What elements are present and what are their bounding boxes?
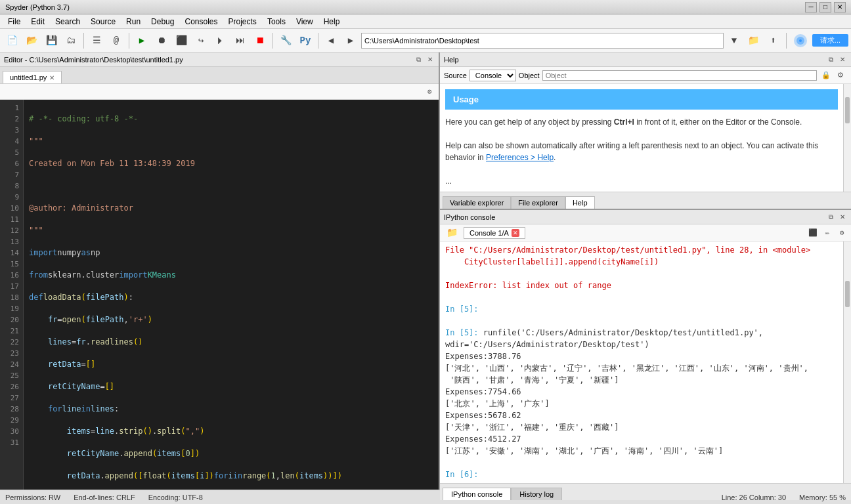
save-all-button[interactable]: 🗂 <box>62 32 80 50</box>
console-line-4: IndexError: list index out of range <box>445 280 838 291</box>
menu-bar: File Edit Search Source Run Debug Consol… <box>0 14 851 29</box>
code-line-4 <box>29 180 433 192</box>
tab-file-explorer[interactable]: File explorer <box>511 196 565 209</box>
help-action-buttons: 🔒 ⚙ <box>819 70 847 81</box>
console-new-button[interactable]: 📁 <box>443 224 461 242</box>
step-into-icon: ⏵ <box>216 35 225 46</box>
code-line-11: lines = fr.readlines() <box>29 337 433 348</box>
open-icon: 📂 <box>26 35 37 46</box>
at-icon: @ <box>114 35 119 46</box>
console-line-12: Expenses:7754.66 <box>445 386 838 398</box>
run-cell-button[interactable]: ⬛ <box>172 32 190 50</box>
forward-button[interactable]: ▶ <box>341 32 360 50</box>
editor-tab-untitled1[interactable]: untitled1.py ✕ <box>3 71 62 83</box>
help-lock-button[interactable]: 🔒 <box>819 70 833 81</box>
editor-settings-button[interactable]: ⚙ <box>423 86 436 98</box>
console-line-3 <box>445 268 838 280</box>
step-over-button[interactable]: ↪ <box>192 32 210 50</box>
console-output[interactable]: File "C:/Users/Administrator/Desktop/tes… <box>440 242 843 483</box>
help-undock-button[interactable]: ⧉ <box>826 55 835 64</box>
browse-icon: 📁 <box>748 35 759 46</box>
menu-search[interactable]: Search <box>50 16 85 28</box>
console-close-button[interactable]: ✕ <box>838 213 847 222</box>
code-editor[interactable]: 12345 678910 1112131415 1617181920 21222… <box>0 100 439 490</box>
help-scrollbar[interactable] <box>843 84 851 192</box>
menu-projects[interactable]: Projects <box>223 16 262 28</box>
console-header-controls: ⧉ ✕ <box>826 213 847 222</box>
help-panel: Help ⧉ ✕ Source Console Editor Object 🔒 … <box>440 52 851 210</box>
step-into-button[interactable]: ⏵ <box>211 32 230 50</box>
console-line-11: '陕西', '甘肃', '青海', '宁夏', '新疆'] <box>445 374 838 386</box>
tab-help[interactable]: Help <box>565 196 595 209</box>
maximize-button[interactable]: □ <box>819 2 831 12</box>
tab-history-log[interactable]: History log <box>511 488 562 500</box>
editor-panel-title: Editor - C:\Users\Administrator\Desktop\… <box>4 56 183 64</box>
main-area: Editor - C:\Users\Administrator\Desktop\… <box>0 52 851 490</box>
run-button[interactable]: ▶ <box>133 32 151 50</box>
code-line-3: Created on Mon Feb 11 13:48:39 2019 <box>29 158 433 169</box>
minimize-button[interactable]: ─ <box>805 2 817 12</box>
help-source-select[interactable]: Console Editor <box>469 70 516 81</box>
console-interrupt-button[interactable]: ⬛ <box>806 227 819 239</box>
step-out-button[interactable]: ⏭ <box>231 32 250 50</box>
line-numbers: 12345 678910 1112131415 1617181920 21222… <box>0 100 24 490</box>
code-line-9: def loadData(filePath): <box>29 292 433 303</box>
console-settings-button[interactable]: ⚙ <box>835 227 848 239</box>
toolbar-separator-1 <box>83 33 84 49</box>
spyder-logo-button[interactable] <box>790 32 811 50</box>
editor-undock-button[interactable]: ⧉ <box>414 55 423 64</box>
code-line-14: for line in lines: <box>29 404 433 415</box>
back-button[interactable]: ◀ <box>322 32 340 50</box>
console-edit-button[interactable]: ✏ <box>821 227 834 239</box>
help-object-input[interactable] <box>542 70 817 81</box>
request-button[interactable]: 请求... <box>812 34 848 47</box>
console-toolbar-actions: ⬛ ✏ ⚙ <box>806 227 848 239</box>
editor-tab-bar: untitled1.py ✕ <box>0 67 439 84</box>
editor-panel-controls: ⧉ ✕ <box>414 55 435 64</box>
code-line-17: retData.append([float(items[i]) for i in… <box>29 471 433 482</box>
menu-edit[interactable]: Edit <box>26 16 50 28</box>
preferences-button[interactable]: ☰ <box>87 32 106 50</box>
help-settings-button[interactable]: ⚙ <box>834 70 847 81</box>
tab-ipython-console[interactable]: IPython console <box>443 488 511 500</box>
spyder-logo-icon <box>793 33 808 49</box>
help-close-button[interactable]: ✕ <box>838 55 847 64</box>
app-title: Spyder (Python 3.7) <box>5 3 70 11</box>
debug-button[interactable]: 🔧 <box>276 32 295 50</box>
save-file-button[interactable]: 💾 <box>42 32 60 50</box>
stop-button[interactable]: ⏹ <box>251 32 269 50</box>
menu-view[interactable]: View <box>291 16 318 28</box>
console-new-icon: 📁 <box>447 227 458 238</box>
menu-tools[interactable]: Tools <box>262 16 291 28</box>
menu-help[interactable]: Help <box>318 16 345 28</box>
preferences-help-link[interactable]: Preferences > Help <box>486 153 554 162</box>
new-file-button[interactable]: 📄 <box>3 32 21 50</box>
at-button[interactable]: @ <box>107 32 125 50</box>
menu-source[interactable]: Source <box>85 16 121 28</box>
code-text[interactable]: # -*- coding: utf-8 -*- """ Created on M… <box>24 100 439 490</box>
menu-debug[interactable]: Debug <box>146 16 179 28</box>
editor-close-button[interactable]: ✕ <box>426 55 435 64</box>
up-dir-button[interactable]: ⬆ <box>764 32 783 50</box>
console-tab-close[interactable]: ✕ <box>512 229 519 237</box>
console-undock-button[interactable]: ⧉ <box>826 213 835 222</box>
console-scrollbar[interactable] <box>843 242 851 483</box>
console-line-16: Expenses:4512.27 <box>445 433 838 445</box>
tab-variable-explorer[interactable]: Variable explorer <box>443 196 511 209</box>
path-text: C:\Users\Administrator\Desktop\test <box>364 37 479 45</box>
console-tab-1[interactable]: Console 1/A ✕ <box>464 227 525 239</box>
close-button[interactable]: ✕ <box>834 2 846 12</box>
open-file-button[interactable]: 📂 <box>22 32 41 50</box>
menu-consoles[interactable]: Consoles <box>179 16 223 28</box>
save-all-icon: 🗂 <box>66 35 76 46</box>
svg-point-2 <box>799 39 802 42</box>
run-file-button[interactable]: ⏺ <box>152 32 171 50</box>
path-dropdown-button[interactable]: ▼ <box>725 32 743 50</box>
right-panel: Help ⧉ ✕ Source Console Editor Object 🔒 … <box>440 52 851 490</box>
menu-file[interactable]: File <box>3 16 26 28</box>
editor-tab-close[interactable]: ✕ <box>49 74 55 81</box>
editor-header: Editor - C:\Users\Administrator\Desktop\… <box>0 52 439 67</box>
python-button[interactable]: Py <box>296 32 315 50</box>
browse-button[interactable]: 📁 <box>745 32 763 50</box>
menu-run[interactable]: Run <box>121 16 146 28</box>
